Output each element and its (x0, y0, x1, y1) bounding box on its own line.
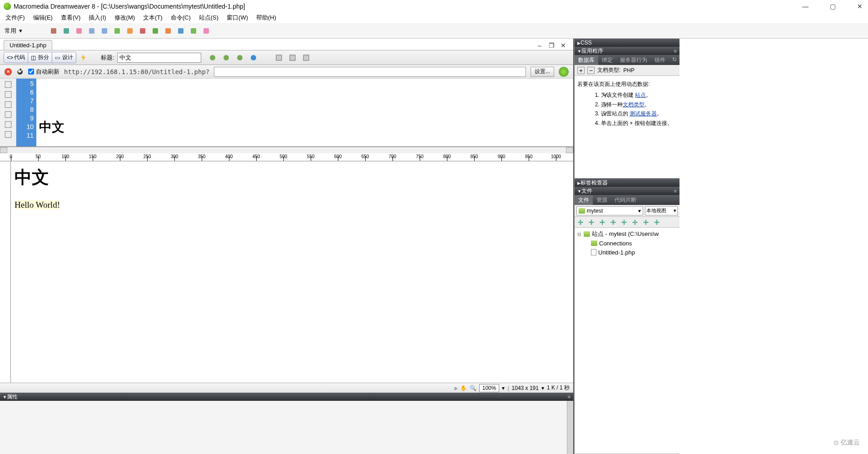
app-tab-0[interactable]: 数据库 (575, 55, 598, 65)
visual-aids-icon[interactable] (301, 53, 311, 63)
globe-icon[interactable] (248, 53, 258, 63)
app-tab-3[interactable]: 组件 (651, 55, 669, 65)
insert-tool-5-icon[interactable] (112, 26, 122, 36)
code-tool-0-icon[interactable] (4, 80, 12, 89)
insert-tool-12-icon[interactable] (201, 26, 211, 36)
panel-options-icon[interactable]: ≡ (674, 188, 677, 194)
code-tool-3-icon[interactable] (4, 110, 12, 119)
doc-minimize-button[interactable]: – (535, 41, 544, 50)
insert-tool-10-icon[interactable] (176, 26, 186, 36)
refresh-icon[interactable] (587, 218, 595, 226)
document-tab[interactable]: Untitled-1.php (4, 40, 52, 50)
design-view[interactable]: 中文 Hello World! (11, 161, 573, 383)
insert-tool-3-icon[interactable] (87, 26, 97, 36)
insert-tool-6-icon[interactable] (125, 26, 135, 36)
menu-e[interactable]: 编辑(E) (30, 13, 56, 23)
panel-options-icon[interactable]: ≡ (568, 394, 570, 399)
properties-panel-header[interactable]: 属性 ≡ (0, 393, 573, 401)
menu-t[interactable]: 文本(T) (139, 13, 166, 23)
split-view-button[interactable]: ◫拆分 (28, 52, 52, 63)
code-tool-4-icon[interactable] (4, 120, 12, 129)
checkin-icon[interactable] (631, 218, 639, 226)
chevron-down-icon[interactable]: ▾ (541, 385, 544, 391)
live-view-button[interactable] (79, 53, 89, 63)
code-hscrollbar[interactable] (0, 147, 573, 153)
pointer-tool-icon[interactable]: ▹ (455, 385, 457, 391)
minimize-button[interactable]: — (801, 2, 810, 11)
site-select[interactable]: mytest▾ (576, 206, 643, 215)
preview-text[interactable]: Hello World! (15, 200, 60, 210)
insert-tool-8-icon[interactable] (150, 26, 160, 36)
scroll-left-button[interactable] (0, 147, 7, 153)
code-tool-5-icon[interactable] (4, 130, 12, 139)
zoom-tool-icon[interactable]: 🔍 (470, 385, 476, 391)
tag-inspector-header[interactable]: 标签检查器 (575, 179, 680, 187)
menu-m[interactable]: 修改(M) (111, 13, 139, 23)
insert-tool-7-icon[interactable] (138, 26, 148, 36)
db-link[interactable]: 站点 (635, 92, 646, 98)
properties-scrollbar[interactable] (567, 401, 573, 454)
window-dimensions[interactable]: 1043 x 191 (512, 385, 539, 391)
refresh-icon[interactable] (16, 68, 24, 75)
menu-v[interactable]: 查看(V) (57, 13, 84, 23)
menu-h[interactable]: 帮助(H) (253, 13, 280, 23)
preview-icon[interactable] (221, 53, 231, 63)
address-combo[interactable] (214, 67, 526, 77)
checkout-icon[interactable] (620, 218, 628, 226)
refresh-icon[interactable] (274, 53, 284, 63)
files-tab-0[interactable]: 文件 (575, 195, 593, 205)
tree-item-file[interactable]: Untitled-1.php (576, 248, 678, 257)
css-panel-header[interactable]: CSS (575, 39, 680, 47)
db-link[interactable]: 测试服务器 (630, 110, 657, 117)
refresh-icon[interactable]: ↻ (670, 55, 680, 65)
insert-tool-9-icon[interactable] (163, 26, 173, 36)
expand-icon[interactable] (653, 218, 661, 226)
options-icon[interactable] (288, 53, 298, 63)
menu-s[interactable]: 站点(S) (195, 13, 222, 23)
doc-close-button[interactable]: ✕ (559, 41, 568, 50)
menu-w[interactable]: 窗口(W) (223, 13, 252, 23)
stop-button[interactable]: ✕ (5, 68, 12, 75)
db-link[interactable]: 文档类型 (623, 101, 645, 108)
hand-tool-icon[interactable]: ✋ (460, 385, 467, 391)
tree-item-folder[interactable]: Connections (576, 239, 678, 248)
code-tool-2-icon[interactable] (4, 100, 12, 109)
insert-tool-1-icon[interactable] (61, 26, 71, 36)
settings-button[interactable]: 设置... (531, 67, 554, 77)
files-tab-1[interactable]: 资源 (593, 195, 611, 205)
tree-root[interactable]: ⊟站点 - mytest (C:\Users\w (576, 229, 678, 239)
get-icon[interactable] (598, 218, 606, 226)
add-connection-button[interactable]: + (577, 67, 585, 74)
sync-icon[interactable] (642, 218, 650, 226)
app-tab-1[interactable]: 绑定 (598, 55, 616, 65)
auto-refresh-checkbox[interactable]: 自动刷新 (28, 68, 60, 76)
insert-category-dropdown[interactable]: 常用 ▾ (5, 27, 22, 35)
remove-connection-button[interactable]: − (587, 67, 595, 74)
panel-options-icon[interactable]: ≡ (674, 48, 677, 54)
insert-tool-2-icon[interactable] (74, 26, 84, 36)
doc-restore-button[interactable]: ❐ (547, 41, 556, 50)
put-icon[interactable] (609, 218, 617, 226)
code-tool-1-icon[interactable] (4, 90, 12, 99)
scroll-right-button[interactable] (566, 147, 573, 153)
validate-icon[interactable] (208, 53, 218, 63)
files-panel-header[interactable]: 文件≡ (575, 187, 680, 195)
insert-tool-4-icon[interactable] (99, 26, 109, 36)
close-button[interactable]: ✕ (855, 2, 864, 11)
page-title-input[interactable] (117, 53, 201, 63)
app-tab-2[interactable]: 服务器行为 (616, 55, 651, 65)
upload-icon[interactable] (235, 53, 245, 63)
auto-refresh-input[interactable] (28, 69, 34, 75)
code-editor[interactable]: <span class="txt">中文</span> 中文 (36, 79, 573, 146)
menu-c[interactable]: 命令(C) (167, 13, 194, 23)
file-tree[interactable]: ⊟站点 - mytest (C:\Users\w Connections Unt… (575, 228, 680, 454)
zoom-level[interactable]: 100% (479, 384, 500, 392)
connect-icon[interactable] (576, 218, 585, 226)
code-view-button[interactable]: <>代码 (4, 52, 28, 63)
maximize-button[interactable]: ▢ (828, 2, 837, 11)
insert-tool-0-icon[interactable] (49, 26, 59, 36)
view-select[interactable]: 本地视图▾ (645, 206, 678, 215)
app-panel-header[interactable]: 应用程序≡ (575, 47, 680, 55)
files-tab-2[interactable]: 代码片断 (611, 195, 640, 205)
menu-f[interactable]: 文件(F) (2, 13, 29, 23)
